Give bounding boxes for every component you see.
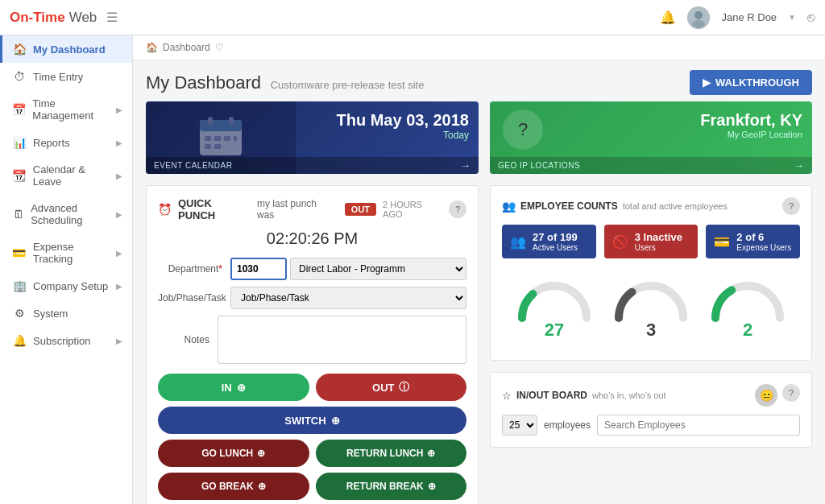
sidebar-item-reports[interactable]: 📊 Reports ▶ [0, 129, 132, 156]
job-label: Job/Phase/Task [158, 292, 230, 304]
banner-footer[interactable]: EVENT CALENDAR → [146, 157, 479, 174]
breadcrumb: 🏠 Dashboard ♡ [133, 35, 825, 60]
user-name[interactable]: Jane R Doe [721, 11, 777, 23]
expense-gauge-svg [707, 270, 788, 326]
inout-board-card: ☆ IN/OUT BOARD who's in, who's out 😐 ? 2… [490, 372, 812, 448]
switch-icon: ⊕ [331, 415, 340, 427]
logout-icon[interactable]: ⎋ [807, 10, 815, 25]
go-lunch-label: GO LUNCH [201, 448, 253, 459]
sidebar-item-calendar-leave[interactable]: 📆 Calendar & Leave ▶ [0, 156, 132, 195]
sidebar-item-label: Advanced Scheduling [31, 202, 116, 226]
expense-users-box[interactable]: 💳 2 of 6 Expense Users [706, 225, 800, 258]
title-area: My Dashboard Customware pre-release test… [146, 72, 424, 93]
sidebar-item-label: Subscription [33, 335, 91, 347]
subscription-icon: 🔔 [12, 334, 27, 347]
last-punch-label: my last punch was [257, 198, 335, 221]
notes-textarea[interactable] [218, 316, 466, 364]
return-break-icon: ⊕ [428, 481, 436, 492]
calendar-icon: 📅 [12, 103, 26, 116]
notes-row: Notes [158, 316, 466, 364]
chevron-icon: ▶ [116, 337, 122, 345]
breadcrumb-label: Dashboard [163, 42, 210, 53]
hamburger-icon[interactable]: ☰ [106, 10, 118, 25]
sidebar-item-system[interactable]: ⚙ System [0, 300, 132, 327]
active-users-box[interactable]: 👥 27 of 199 Active Users [502, 225, 596, 258]
sidebar-item-my-dashboard[interactable]: 🏠 My Dashboard [0, 35, 132, 63]
bell-icon[interactable]: 🔔 [660, 10, 676, 25]
sidebar-item-time-entry[interactable]: ⏱ Time Entry [0, 63, 132, 90]
calendar-leave-icon: 📆 [12, 169, 27, 182]
inactive-gauge: 3 [611, 270, 691, 341]
system-icon: ⚙ [12, 307, 27, 320]
expense-users-count: 2 of 6 [736, 231, 791, 243]
inout-controls: 25 employees [502, 415, 800, 436]
return-lunch-label: RETURN LUNCH [346, 448, 423, 459]
event-calendar-banner: Thu May 03, 2018 Today EVENT CALENDAR → [146, 101, 479, 174]
emp-counts-help[interactable]: ? [782, 197, 800, 215]
punch-buttons: IN ⊕ OUT ⓘ SWITCH ⊕ [158, 374, 466, 500]
quick-punch-column: ⏰ QUICK PUNCH my last punch was OUT 2 HO… [146, 185, 479, 504]
expense-gauge: 2 [707, 270, 788, 341]
quick-punch-card: ⏰ QUICK PUNCH my last punch was OUT 2 HO… [146, 185, 479, 504]
sidebar-item-time-management[interactable]: 📅 Time Management ▶ [0, 90, 132, 129]
logo: On-Time Web [10, 10, 97, 26]
expense-icon: 💳 [12, 246, 27, 259]
quick-punch-help[interactable]: ? [449, 200, 466, 218]
inactive-users-count: 3 Inactive [635, 231, 682, 243]
inout-header-actions: 😐 ? [755, 384, 800, 407]
avatar [687, 6, 710, 29]
expense-users-label: Expense Users [736, 243, 791, 252]
expense-users-icon: 💳 [714, 234, 730, 250]
svg-rect-6 [229, 117, 234, 125]
inout-help[interactable]: ? [782, 384, 800, 402]
banners-row: Thu May 03, 2018 Today EVENT CALENDAR → … [146, 101, 812, 174]
active-users-label: Active Users [533, 243, 578, 252]
department-select[interactable]: Direct Labor - Programm [290, 258, 466, 280]
svg-rect-10 [234, 136, 237, 141]
current-time-display: 02:20:26 PM [158, 229, 466, 248]
inout-title: IN/OUT BOARD [516, 390, 587, 401]
clock-punch-icon: ⏰ [158, 203, 172, 216]
inactive-users-box[interactable]: 🚫 3 Inactive Users [604, 225, 699, 258]
return-break-button[interactable]: RETURN BREAK ⊕ [316, 473, 467, 500]
go-break-button[interactable]: GO BREAK ⊕ [158, 473, 309, 500]
sidebar-item-advanced-scheduling[interactable]: 🗓 Advanced Scheduling ▶ [0, 195, 132, 233]
banner-today: Today [336, 130, 469, 141]
inout-employees-label: employees [544, 419, 591, 431]
inout-count-select[interactable]: 25 [502, 415, 537, 436]
page-subtitle: Customware pre-release test site [271, 79, 425, 91]
in-button[interactable]: IN ⊕ [158, 374, 309, 401]
user-dropdown-icon[interactable]: ▼ [788, 13, 796, 22]
go-lunch-button[interactable]: GO LUNCH ⊕ [158, 440, 309, 467]
switch-button[interactable]: SWITCH ⊕ [158, 407, 466, 434]
walkthrough-button[interactable]: ▶ WALKTHROUGH [690, 70, 812, 95]
svg-point-2 [692, 20, 705, 28]
sidebar-item-expense-tracking[interactable]: 💳 Expense Tracking ▶ [0, 233, 132, 272]
inactive-gauge-value: 3 [646, 320, 656, 341]
sidebar-item-label: Calendar & Leave [33, 163, 116, 188]
heart-icon: ♡ [215, 42, 224, 53]
sidebar-item-company-setup[interactable]: 🏢 Company Setup ▶ [0, 272, 132, 300]
in-label: IN [222, 382, 232, 394]
company-icon: 🏢 [12, 279, 27, 292]
content-area: 🏠 Dashboard ♡ My Dashboard Customware pr… [133, 35, 825, 504]
go-break-label: GO BREAK [201, 481, 254, 492]
job-select[interactable]: Job/Phase/Task [230, 287, 466, 309]
break-row: GO BREAK ⊕ RETURN BREAK ⊕ [158, 473, 466, 500]
face-icon[interactable]: 😐 [755, 384, 777, 407]
geo-footer[interactable]: GEO IP LOCATIONS → [490, 157, 812, 174]
return-lunch-button[interactable]: RETURN LUNCH ⊕ [316, 440, 467, 467]
out-button[interactable]: OUT ⓘ [316, 374, 467, 401]
department-label: Department* [158, 263, 230, 275]
search-employees-input[interactable] [597, 415, 800, 436]
lunch-row: GO LUNCH ⊕ RETURN LUNCH ⊕ [158, 440, 466, 467]
out-icon: ⓘ [399, 380, 409, 395]
sidebar-item-label: Reports [33, 137, 70, 149]
sidebar-item-subscription[interactable]: 🔔 Subscription ▶ [0, 327, 132, 354]
active-gauge-svg [514, 270, 595, 326]
walkthrough-label: WALKTHROUGH [715, 76, 799, 89]
topnav-right: 🔔 Jane R Doe ▼ ⎋ [660, 6, 815, 29]
department-code-input[interactable] [230, 258, 287, 280]
inactive-users-icon: 🚫 [612, 234, 628, 250]
punch-time-ago: 2 HOURS AGO [383, 200, 442, 219]
